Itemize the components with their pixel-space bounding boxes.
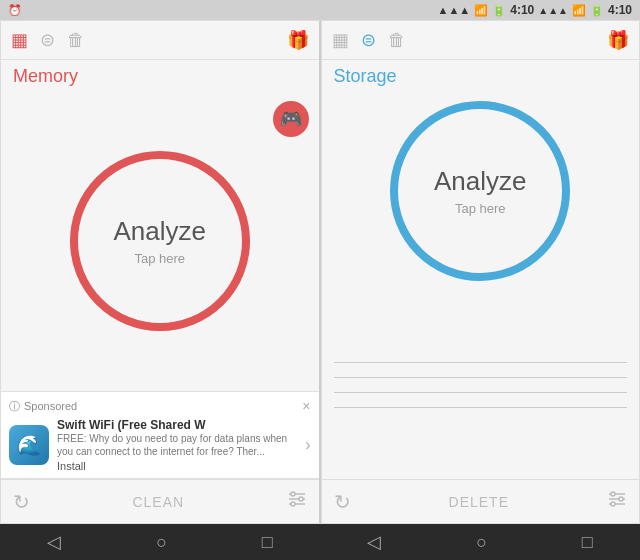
gamepad-icon: 🎮 [280, 108, 302, 130]
storage-layers-icon[interactable]: ⊜ [361, 29, 376, 51]
storage-toolbar: ▦ ⊜ 🗑 🎁 [322, 21, 640, 60]
storage-line-1 [334, 362, 628, 363]
svg-point-9 [611, 492, 615, 496]
recent-button[interactable]: □ [242, 528, 293, 557]
memory-settings-button[interactable] [283, 485, 311, 518]
trash-icon[interactable]: 🗑 [67, 30, 85, 51]
ad-arrow-icon: › [305, 436, 310, 454]
wifi-icon: 📶 [474, 4, 488, 17]
back-button-2[interactable]: ◁ [347, 527, 401, 557]
storage-panel: ▦ ⊜ 🗑 🎁 Storage Analyze Tap here ↻ DELET… [321, 20, 641, 524]
status-bar: ⏰ ▲▲▲ 📶 🔋 4:10 ▲▲▲ 📶 🔋 4:10 [0, 0, 640, 20]
storage-tap-here: Tap here [455, 201, 506, 216]
ad-title: Swift WiFi (Free Shared W [57, 418, 297, 432]
delete-button[interactable]: DELETE [361, 486, 598, 518]
gift-icon[interactable]: 🎁 [287, 29, 309, 51]
svg-point-4 [299, 497, 303, 501]
storage-gift-icon[interactable]: 🎁 [607, 29, 629, 51]
ad-text: Swift WiFi (Free Shared W FREE: Why do y… [57, 418, 297, 472]
storage-action-bar: ↻ DELETE [322, 479, 640, 523]
ad-app-icon: 🌊 [9, 425, 49, 465]
nav-bar: ◁ ○ □ ◁ ○ □ [0, 524, 640, 560]
storage-list [322, 291, 640, 479]
ad-description: FREE: Why do you need to pay for data pl… [57, 432, 297, 458]
memory-tap-here: Tap here [134, 251, 185, 266]
storage-chip-icon[interactable]: ▦ [332, 29, 349, 51]
storage-settings-button[interactable] [603, 485, 631, 518]
svg-point-3 [291, 492, 295, 496]
alarm-icon: ⏰ [8, 4, 22, 17]
battery-icon-2: 🔋 [590, 4, 604, 17]
storage-refresh-button[interactable]: ↻ [330, 486, 355, 518]
status-time: 4:10 [510, 3, 534, 17]
storage-analyze-area: Analyze Tap here [322, 91, 640, 291]
storage-line-2 [334, 377, 628, 378]
clean-button[interactable]: CLEAN [40, 486, 277, 518]
svg-point-11 [611, 502, 615, 506]
ad-install-button[interactable]: Install [57, 460, 297, 472]
memory-analyze-label: Analyze [114, 216, 207, 247]
panels-container: ▦ ⊜ 🗑 🎁 Memory Analyze Tap here 🎮 ⓘ Spon… [0, 20, 640, 524]
home-button[interactable]: ○ [136, 528, 187, 557]
storage-trash-icon[interactable]: 🗑 [388, 30, 406, 51]
signal-icon: ▲▲▲ [438, 4, 471, 16]
status-left: ⏰ [8, 4, 22, 17]
status-right: ▲▲▲ 📶 🔋 4:10 ▲▲▲ 📶 🔋 4:10 [438, 3, 632, 17]
wifi-icon-2: 📶 [572, 4, 586, 17]
storage-line-4 [334, 407, 628, 408]
recent-button-2[interactable]: □ [562, 528, 613, 557]
battery-icon: 🔋 [492, 4, 506, 17]
svg-point-10 [619, 497, 623, 501]
signal-icon-2: ▲▲▲ [538, 5, 568, 16]
svg-point-5 [291, 502, 295, 506]
home-button-2[interactable]: ○ [456, 528, 507, 557]
memory-analyze-circle[interactable]: Analyze Tap here [70, 151, 250, 331]
ad-content[interactable]: 🌊 Swift WiFi (Free Shared W FREE: Why do… [9, 418, 311, 472]
memory-refresh-button[interactable]: ↻ [9, 486, 34, 518]
ad-banner: ⓘ Sponsored × 🌊 Swift WiFi (Free Shared … [1, 391, 319, 479]
game-badge: 🎮 [273, 101, 309, 137]
back-button[interactable]: ◁ [27, 527, 81, 557]
memory-action-bar: ↻ CLEAN [1, 479, 319, 523]
memory-panel: ▦ ⊜ 🗑 🎁 Memory Analyze Tap here 🎮 ⓘ Spon… [0, 20, 321, 524]
ad-close-button[interactable]: × [302, 398, 310, 414]
memory-chip-icon[interactable]: ▦ [11, 29, 28, 51]
sponsored-icon: ⓘ [9, 399, 20, 414]
memory-title: Memory [1, 60, 319, 91]
wifi-wave-icon: 🌊 [17, 433, 42, 457]
layers-icon[interactable]: ⊜ [40, 29, 55, 51]
storage-line-3 [334, 392, 628, 393]
storage-title: Storage [322, 60, 640, 91]
ad-header: ⓘ Sponsored × [9, 398, 311, 414]
storage-analyze-label: Analyze [434, 166, 527, 197]
ad-sponsored-label: ⓘ Sponsored [9, 399, 77, 414]
status-time-2: 4:10 [608, 3, 632, 17]
storage-analyze-circle[interactable]: Analyze Tap here [390, 101, 570, 281]
memory-toolbar: ▦ ⊜ 🗑 🎁 [1, 21, 319, 60]
memory-analyze-area: Analyze Tap here 🎮 [1, 91, 319, 391]
